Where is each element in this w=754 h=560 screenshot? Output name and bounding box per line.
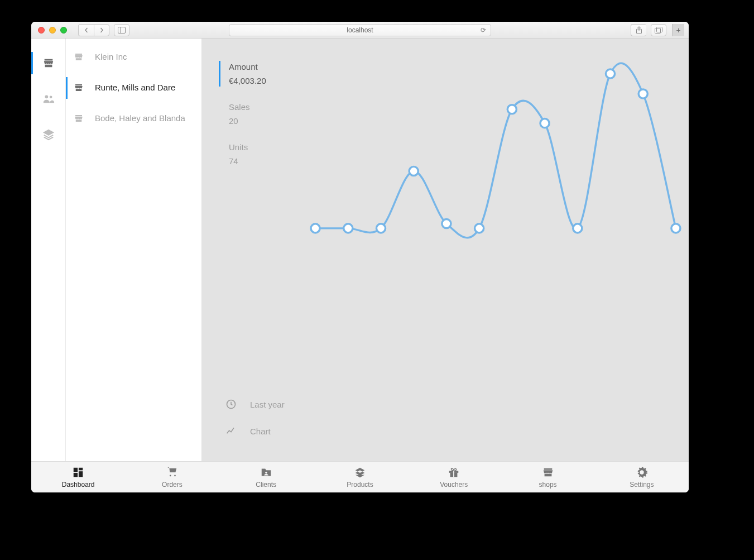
nav-label: Products [347,481,373,489]
line-chart [302,61,689,254]
shop-list-item[interactable]: Bode, Haley and Blanda [66,103,201,134]
nav-products[interactable]: Products [324,466,396,489]
shop-list-item[interactable]: Runte, Mills and Dare [66,73,201,103]
nav-settings[interactable]: Settings [606,466,678,489]
metric-amount[interactable]: Amount €4,003.20 [219,62,266,85]
store-icon [74,52,84,64]
store-icon [74,83,84,94]
shop-list-item-label: Runte, Mills and Dare [95,82,175,94]
back-button[interactable] [78,24,94,36]
metric-label: Units [229,142,266,152]
svg-point-9 [344,224,353,233]
store-icon [74,113,84,125]
app-body: Klein Inc Runte, Mills and Dare Bode, Ha… [31,39,689,461]
metric-label: Sales [229,102,266,112]
svg-rect-4 [657,27,662,32]
layers-icon [354,466,366,478]
minimize-window-button[interactable] [49,27,56,33]
traffic-lights [38,27,67,33]
safari-window: localhost ⟳ + [31,22,689,492]
svg-point-6 [49,95,52,98]
svg-rect-27 [453,471,454,477]
metric-value: 74 [229,156,266,166]
svg-point-11 [409,166,418,175]
address-text: localhost [347,26,373,34]
main-panel: Amount €4,003.20 Sales 20 Units 74 Last … [202,39,689,461]
chart-controls: Last year Chart [225,399,285,437]
svg-point-10 [376,224,385,233]
svg-point-15 [540,119,549,128]
gift-icon [448,466,460,478]
period-selector[interactable]: Last year [225,399,285,410]
metric-sales[interactable]: Sales 20 [219,102,266,126]
tabs-button[interactable] [651,24,666,36]
nav-vouchers[interactable]: Vouchers [417,466,490,489]
nav-label: shops [539,481,557,489]
svg-point-13 [475,224,484,233]
view-selector[interactable]: Chart [225,425,285,437]
cart-icon [166,466,178,478]
svg-point-24 [265,471,267,473]
close-window-button[interactable] [38,27,45,33]
view-label: Chart [250,427,271,436]
forward-button[interactable] [94,24,109,36]
shop-list-item-label: Bode, Haley and Blanda [95,112,185,125]
metric-label: Amount [229,62,266,71]
metric-value: 20 [229,116,266,126]
layers-icon [42,128,55,141]
shop-list-item-label: Klein Inc [95,51,127,64]
address-bar[interactable]: localhost ⟳ [229,24,491,36]
mini-sidebar [31,39,66,461]
titlebar: localhost ⟳ + [31,22,689,39]
svg-rect-21 [79,467,83,470]
nav-dashboard[interactable]: Dashboard [42,466,114,489]
share-button[interactable] [631,24,646,36]
metrics: Amount €4,003.20 Sales 20 Units 74 [219,62,266,166]
nav-shops[interactable]: shops [512,466,584,489]
svg-point-18 [638,89,647,98]
metric-units[interactable]: Units 74 [219,142,266,166]
svg-rect-23 [74,472,78,476]
store-icon [42,57,55,69]
clock-icon [225,399,237,410]
zoom-window-button[interactable] [60,27,67,33]
mini-sidebar-clients[interactable] [31,81,65,117]
store-icon [542,466,554,478]
dashboard-icon [72,466,84,478]
svg-point-12 [442,219,451,228]
nav-label: Settings [630,481,654,489]
svg-point-5 [45,95,48,98]
shop-list: Klein Inc Runte, Mills and Dare Bode, Ha… [66,39,202,461]
svg-point-16 [573,224,582,233]
mini-sidebar-shops[interactable] [31,45,65,81]
new-tab-button[interactable]: + [672,24,684,36]
nav-clients[interactable]: Clients [230,466,302,489]
people-icon [42,93,55,105]
gear-icon [636,466,648,478]
svg-point-19 [671,224,680,233]
nav-buttons [78,24,109,36]
nav-label: Dashboard [62,481,95,489]
svg-point-14 [507,105,516,114]
svg-point-8 [311,224,320,233]
shop-list-item[interactable]: Klein Inc [66,42,201,73]
bottom-nav: Dashboard Orders Clients Products Vouche… [31,461,689,492]
line-chart-icon [225,425,237,437]
sidebar-toggle-button[interactable] [114,24,129,36]
svg-rect-22 [79,471,83,477]
folder-person-icon [260,466,272,478]
nav-label: Clients [256,481,276,489]
nav-label: Orders [162,481,183,489]
svg-rect-3 [655,28,661,33]
period-label: Last year [250,400,285,409]
nav-label: Vouchers [440,481,468,489]
svg-point-17 [606,69,614,78]
svg-rect-20 [74,467,78,471]
nav-orders[interactable]: Orders [136,466,208,489]
svg-rect-0 [118,27,126,33]
metric-value: €4,003.20 [229,76,266,85]
mini-sidebar-products[interactable] [31,117,65,152]
reload-icon[interactable]: ⟳ [481,26,486,34]
